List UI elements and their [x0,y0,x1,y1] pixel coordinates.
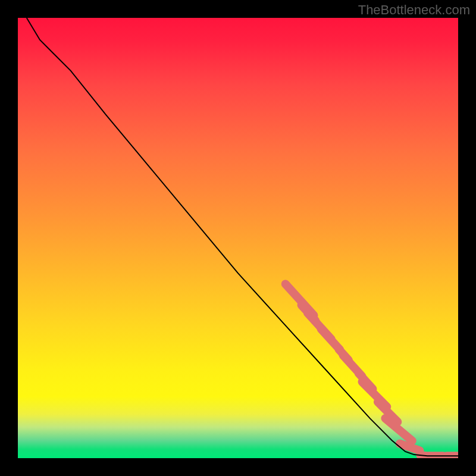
chart-svg-overlay [18,18,458,458]
chart-plot-area [18,18,458,458]
chart-markers [286,284,458,456]
chart-curve-line [27,18,458,456]
watermark-text: TheBottleneck.com [358,2,470,18]
